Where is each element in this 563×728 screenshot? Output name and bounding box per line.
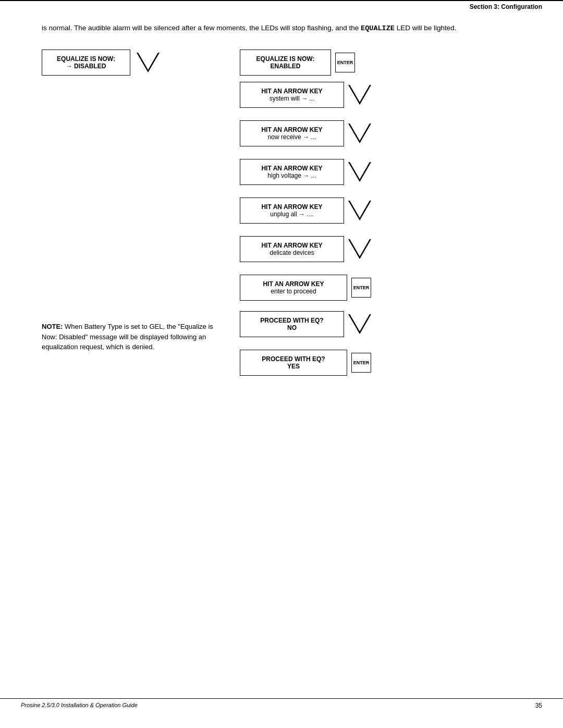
bottom1-box: PROCEED WITH EQ? NO — [240, 311, 344, 337]
step2-row: HIT AN ARROW KEY now receive → ... — [240, 120, 371, 146]
step6-box: HIT AN ARROW KEY enter to proceed — [240, 275, 347, 301]
intro-text-line2: LED will be lighted. — [397, 24, 457, 32]
triangle-down-icon — [348, 314, 371, 334]
top-triangle-left — [137, 53, 160, 72]
triangle-down-icon — [348, 239, 371, 259]
equalize-keyword: EQUALIZE — [361, 24, 395, 32]
bottom2-enter-button[interactable]: ENTER — [351, 353, 371, 373]
triangle-down-icon — [137, 53, 160, 72]
top-enter-label: ENTER — [337, 60, 353, 65]
triangle-down-icon — [348, 85, 371, 105]
step2-box: HIT AN ARROW KEY now receive → ... — [240, 120, 344, 146]
step1-row: HIT AN ARROW KEY system will → ... — [240, 82, 371, 108]
step3-line1: HIT AN ARROW KEY — [261, 165, 322, 172]
step2-triangle — [348, 124, 371, 143]
page-container: Section 3: Configuration is normal. The … — [0, 0, 563, 728]
page-footer: Prosine 2.5/3.0 Installation & Operation… — [0, 698, 563, 712]
bottom-section: NOTE: When Battery Type is set to GEL, t… — [42, 311, 521, 382]
step3-line2: high voltage → ... — [267, 172, 316, 179]
step4-triangle — [348, 201, 371, 220]
step4-row: HIT AN ARROW KEY unplug all → .... — [240, 198, 371, 224]
step1-triangle — [348, 85, 371, 105]
equalize-disabled-line2: → DISABLED — [66, 63, 106, 70]
equalize-enabled-box: EQUALIZE IS NOW: ENABLED — [240, 50, 331, 76]
steps-note-section: HIT AN ARROW KEY system will → ... HIT A… — [42, 82, 521, 307]
step5-box: HIT AN ARROW KEY delicate devices — [240, 236, 344, 262]
step5-triangle — [348, 239, 371, 259]
page-number: 35 — [535, 702, 542, 709]
intro-text: is normal. The audible alarm will be sil… — [42, 23, 521, 34]
equalize-disabled-box: EQUALIZE IS NOW: → DISABLED — [42, 50, 130, 76]
step6-row: HIT AN ARROW KEY enter to proceed ENTER — [240, 275, 371, 301]
step6-line2: enter to proceed — [271, 288, 316, 295]
top-right-group: EQUALIZE IS NOW: ENABLED ENTER — [240, 50, 355, 76]
triangle-down-icon — [348, 124, 371, 143]
top-row: EQUALIZE IS NOW: → DISABLED EQUALIZE IS … — [42, 50, 521, 76]
section-header-text: Section 3: Configuration — [470, 3, 542, 10]
full-diagram: EQUALIZE IS NOW: → DISABLED EQUALIZE IS … — [42, 50, 521, 382]
footer-left-text: Prosine 2.5/3.0 Installation & Operation… — [21, 702, 138, 709]
step5-row: HIT AN ARROW KEY delicate devices — [240, 236, 371, 262]
step1-line2: system will → ... — [270, 95, 315, 102]
note-bold: NOTE: — [42, 323, 63, 330]
equalize-disabled-line1: EQUALIZE IS NOW: — [57, 55, 115, 63]
bottom1-line2: NO — [287, 324, 297, 331]
right-steps: HIT AN ARROW KEY system will → ... HIT A… — [240, 82, 371, 307]
bottom2-line2: YES — [287, 363, 300, 370]
step5-line2: delicate devices — [270, 249, 314, 256]
step3-row: HIT AN ARROW KEY high voltage → ... — [240, 159, 371, 185]
bottom1-line1: PROCEED WITH EQ? — [260, 317, 323, 324]
step2-line2: now receive → ... — [268, 133, 316, 141]
bottom1-row: PROCEED WITH EQ? NO — [240, 311, 371, 337]
bottom2-enter-label: ENTER — [353, 360, 370, 365]
bottom2-row: PROCEED WITH EQ? YES ENTER — [240, 350, 371, 376]
main-content: is normal. The audible alarm will be sil… — [0, 23, 563, 382]
bottom2-enter: ENTER — [351, 353, 371, 373]
step6-enter: ENTER — [351, 278, 371, 298]
bottom-steps: PROCEED WITH EQ? NO PROCEED WITH EQ? YES — [240, 311, 371, 382]
step1-line1: HIT AN ARROW KEY — [261, 88, 322, 95]
equalize-enabled-line2: ENABLED — [270, 63, 300, 70]
step5-line1: HIT AN ARROW KEY — [261, 242, 322, 249]
section-header: Section 3: Configuration — [0, 0, 563, 13]
bottom2-line1: PROCEED WITH EQ? — [262, 355, 325, 363]
triangle-down-icon — [348, 162, 371, 182]
step6-enter-label: ENTER — [353, 285, 370, 290]
step3-triangle — [348, 162, 371, 182]
step2-line1: HIT AN ARROW KEY — [261, 126, 322, 133]
equalize-enabled-line1: EQUALIZE IS NOW: — [256, 55, 315, 63]
bottom2-box: PROCEED WITH EQ? YES — [240, 350, 347, 376]
triangle-down-icon — [348, 201, 371, 220]
step6-enter-button[interactable]: ENTER — [351, 278, 371, 298]
step4-box: HIT AN ARROW KEY unplug all → .... — [240, 198, 344, 224]
top-enter-button[interactable]: ENTER — [335, 53, 355, 72]
step6-line1: HIT AN ARROW KEY — [263, 280, 324, 288]
note-text: When Battery Type is set to GEL, the "Eq… — [42, 323, 213, 351]
step3-box: HIT AN ARROW KEY high voltage → ... — [240, 159, 344, 185]
top-left-boxes: EQUALIZE IS NOW: → DISABLED — [42, 50, 240, 76]
bottom1-triangle — [348, 314, 371, 334]
step4-line1: HIT AN ARROW KEY — [261, 203, 322, 211]
note-area: NOTE: When Battery Type is set to GEL, t… — [42, 311, 240, 352]
step1-box: HIT AN ARROW KEY system will → ... — [240, 82, 344, 108]
step4-line2: unplug all → .... — [270, 211, 313, 218]
intro-text-line1: is normal. The audible alarm will be sil… — [42, 24, 359, 32]
